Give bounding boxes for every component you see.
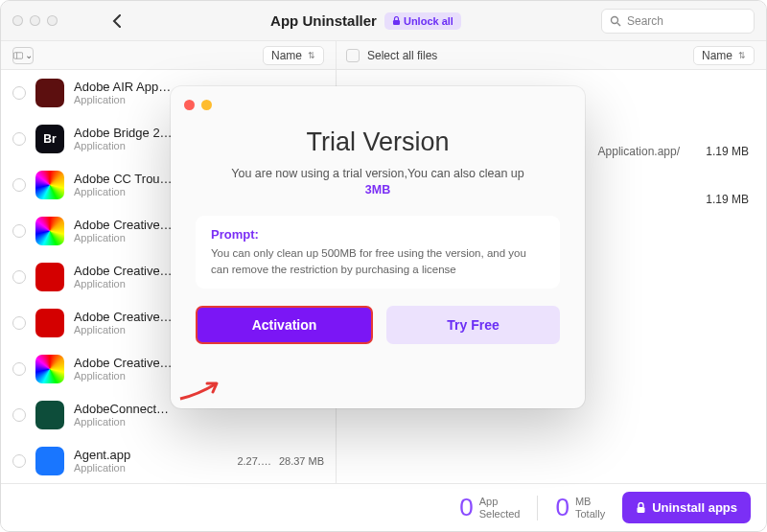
prompt-body: You can only clean up 500MB for free usi… [211, 245, 545, 277]
try-free-button[interactable]: Try Free [386, 306, 560, 344]
trial-modal: Trial Version You are now using a trial … [171, 86, 585, 408]
prompt-title: Prompt: [211, 227, 545, 242]
modal-subtitle: You are now using a trial version,You ca… [196, 167, 560, 197]
modal-title: Trial Version [196, 127, 560, 157]
modal-close-icon[interactable] [184, 100, 195, 110]
activation-button[interactable]: Activation [196, 306, 373, 344]
modal-window-controls [171, 86, 585, 110]
modal-sub-line: You are now using a trial version,You ca… [231, 167, 524, 180]
modal-sub-highlight: 3MB [196, 183, 560, 197]
prompt-card: Prompt: You can only clean up 500MB for … [196, 216, 560, 289]
modal-minimize-icon[interactable] [201, 100, 212, 110]
